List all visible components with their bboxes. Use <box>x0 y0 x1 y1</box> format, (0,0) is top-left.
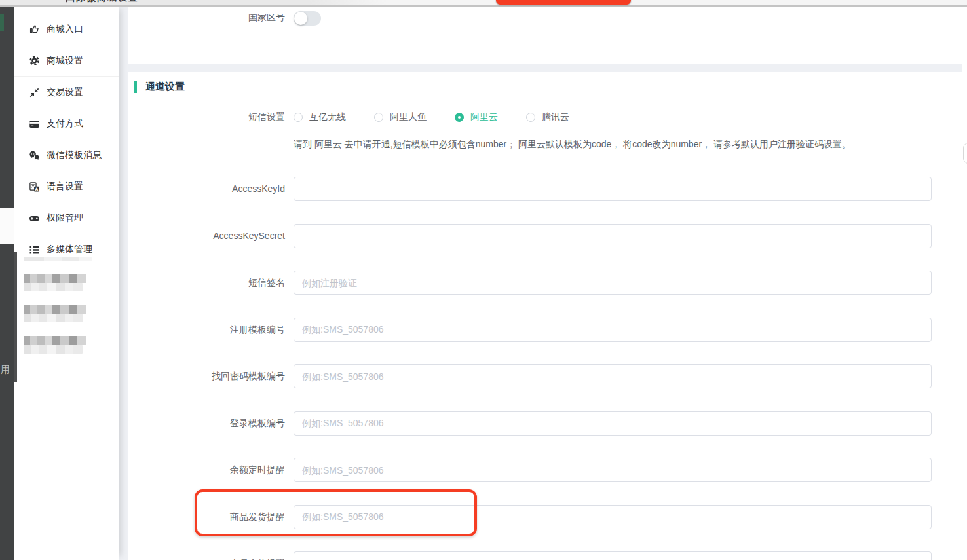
toggle-knob <box>294 12 307 25</box>
field-input-1[interactable] <box>294 177 932 201</box>
form-row: 找回密码模板编号 <box>128 364 934 388</box>
field-label: 短信签名 <box>128 271 285 295</box>
section-title: 通道设置 <box>145 81 185 93</box>
sidebar-item-7[interactable]: 权限管理 <box>14 202 119 234</box>
field-input-7[interactable] <box>294 458 932 482</box>
wechat-icon <box>29 150 40 161</box>
gear-icon <box>29 55 40 66</box>
sms-provider-radio-3[interactable]: 阿里云 <box>455 111 518 123</box>
field-label: 找回密码模板编号 <box>128 364 285 388</box>
radio-label: 腾讯云 <box>542 111 569 123</box>
sidebar-item-label: 语言设置 <box>47 181 83 193</box>
sidebar-item-4[interactable]: 支付方式 <box>14 108 119 140</box>
rail-green-block <box>0 14 4 31</box>
sms-provider-radio-1[interactable]: 互亿无线 <box>294 111 366 123</box>
sidebar-item-label: 多媒体管理 <box>47 244 92 255</box>
form-row: 会员充值提醒 <box>128 551 934 560</box>
sidebar-item-label: 权限管理 <box>47 212 83 224</box>
credit-card-icon <box>29 119 40 130</box>
sidebar-item-redacted <box>24 314 83 322</box>
field-label: 登录模板编号 <box>128 411 285 436</box>
sidebar-item-redacted <box>24 283 83 291</box>
field-label: 注册模板编号 <box>128 318 285 342</box>
rail-clipped-text: 用 <box>1 364 10 376</box>
sidebar-item-label: 商城入口 <box>47 24 83 35</box>
section-header: 通道设置 <box>134 81 185 93</box>
channel-settings-card: 通道设置 短信设置 互亿无线阿里大鱼阿里云腾讯云 请到 阿里云 去申请开通,短信… <box>128 72 962 560</box>
sidebar-item-1[interactable]: 商城入口 <box>14 14 119 45</box>
radio-label: 阿里云 <box>470 111 498 123</box>
sidebar-item-redacted[interactable] <box>24 274 86 283</box>
trade-arrows-icon <box>29 87 40 98</box>
sidebar-edge-shadow <box>14 252 17 382</box>
sms-provider-row: 短信设置 互亿无线阿里大鱼阿里云腾讯云 <box>128 111 849 123</box>
form-row: 注册模板编号 <box>128 318 934 342</box>
sidebar-item-label: 交易设置 <box>47 86 83 98</box>
scrollbar-track[interactable] <box>962 5 967 560</box>
sidebar-menu: 商城入口商城设置交易设置支付方式微信模板消息A语言设置权限管理多媒体管理 <box>14 14 119 265</box>
field-input-4[interactable] <box>294 318 932 342</box>
field-label: 余额定时提醒 <box>128 458 285 482</box>
sidebar-item-label: 微信模板消息 <box>47 149 102 161</box>
sidebar-item-label: 支付方式 <box>47 118 83 130</box>
country-code-card: 国家区号 <box>128 5 962 64</box>
field-label: 商品发货提醒 <box>128 505 285 529</box>
gamepad-icon <box>29 213 40 224</box>
section-accent-bar <box>134 81 137 93</box>
field-input-2[interactable] <box>294 224 932 248</box>
field-input-9[interactable] <box>294 551 932 560</box>
sidebar-item-2[interactable]: 商城设置 <box>14 45 119 77</box>
country-code-toggle[interactable] <box>294 11 321 26</box>
rail-white-block <box>0 208 14 244</box>
radio-unselected-icon[interactable] <box>526 113 535 122</box>
form-row: AccessKeyId <box>128 177 934 201</box>
form-row: 余额定时提醒 <box>128 458 934 482</box>
sidebar-item-5[interactable]: 微信模板消息 <box>14 140 119 171</box>
sidebar-item-redacted <box>24 345 83 354</box>
field-input-6[interactable] <box>294 411 932 436</box>
sidebar-item-redacted[interactable] <box>24 305 86 314</box>
field-input-8[interactable] <box>294 505 932 529</box>
field-input-3[interactable] <box>294 271 932 295</box>
sms-provider-radio-4[interactable]: 腾讯云 <box>526 111 589 123</box>
sms-help-text: 请到 阿里云 去申请开通,短信模板中必须包含number； 阿里云默认模板为co… <box>294 139 851 151</box>
clipped-page-title: 国际微商城设置 <box>66 0 139 4</box>
country-code-label: 国家区号 <box>128 14 285 24</box>
field-label: AccessKeySecret <box>128 224 285 248</box>
sidebar-item-redacted[interactable] <box>24 336 86 345</box>
field-input-5[interactable] <box>294 364 932 388</box>
annotation-top-marker <box>496 0 631 5</box>
radio-label: 阿里大鱼 <box>390 111 427 123</box>
sidebar-item-label: 商城设置 <box>47 55 83 67</box>
form-row: 商品发货提醒 <box>128 505 934 529</box>
sidebar-item-6[interactable]: A语言设置 <box>14 171 119 202</box>
form-row: 登录模板编号 <box>128 411 934 436</box>
sms-provider-radio-2[interactable]: 阿里大鱼 <box>374 111 446 123</box>
sms-provider-options: 互亿无线阿里大鱼阿里云腾讯云 <box>285 111 589 123</box>
field-label: AccessKeyId <box>128 177 285 201</box>
clipped-browser-strip: 国际微商城设置 <box>0 0 967 7</box>
sms-setting-label: 短信设置 <box>128 111 285 123</box>
radio-unselected-icon[interactable] <box>374 113 383 122</box>
left-collapsed-rail: 用 <box>0 5 14 560</box>
form-row: AccessKeySecret <box>128 224 934 248</box>
list-icon <box>29 244 40 255</box>
radio-selected-icon[interactable] <box>455 113 464 122</box>
radio-unselected-icon[interactable] <box>294 113 303 122</box>
sidebar-item-3[interactable]: 交易设置 <box>14 77 119 108</box>
radio-label: 互亿无线 <box>309 111 346 123</box>
svg-text:A: A <box>35 186 38 191</box>
translate-icon: A <box>29 181 40 193</box>
sidebar-item-redacted <box>24 257 92 261</box>
hand-click-icon <box>29 24 40 35</box>
right-edge-widget[interactable] <box>963 143 967 164</box>
sidebar: 商城入口商城设置交易设置支付方式微信模板消息A语言设置权限管理多媒体管理 <box>14 5 119 560</box>
form-row: 短信签名 <box>128 271 934 295</box>
field-label: 会员充值提醒 <box>128 551 285 560</box>
